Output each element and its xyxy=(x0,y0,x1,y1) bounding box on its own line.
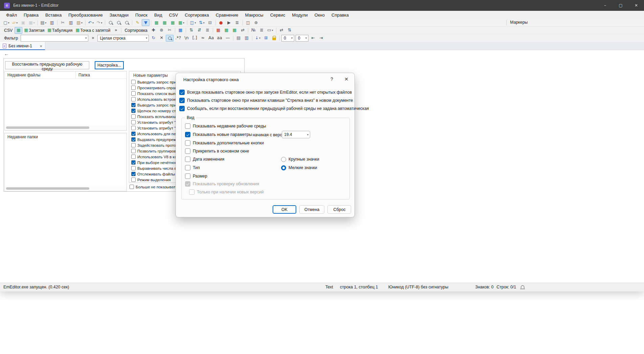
whole-word-button[interactable]: — ▾ xyxy=(224,35,232,42)
fixed-columns-select[interactable]: 0 ▾ xyxy=(296,35,308,42)
filter-input[interactable]: ▾ xyxy=(21,35,88,42)
save-button[interactable]: ▣ ▾ xyxy=(19,19,27,26)
menu-item[interactable]: Модули xyxy=(289,11,311,19)
cut-button[interactable]: ✂ ▾ xyxy=(59,19,67,26)
menu-item[interactable]: Окно xyxy=(311,11,328,19)
highlight-button[interactable]: ✎ ▾ xyxy=(134,19,141,26)
macro-list-button[interactable]: ≣ ▾ xyxy=(233,19,241,26)
paste-button[interactable]: ▧ ▾ xyxy=(75,19,84,26)
list-values-button[interactable]: ≣ ▾ xyxy=(258,27,266,34)
checkbox[interactable] xyxy=(131,80,136,84)
status-encoding[interactable]: Юникод (UTF-8) без сигнатуры xyxy=(388,285,448,289)
checkbox[interactable] xyxy=(131,143,136,147)
filter-all-documents-button[interactable]: ▥ ▾ xyxy=(243,35,251,42)
checkbox[interactable] xyxy=(185,157,190,162)
regex-button[interactable]: .*? ▾ xyxy=(174,35,182,42)
align-left-button[interactable]: ⇤ ▾ xyxy=(309,35,317,42)
checkbox[interactable] xyxy=(185,132,190,137)
print-button[interactable]: ▤ ▾ xyxy=(39,19,48,26)
sort-options-button[interactable]: ≣ ▾ xyxy=(204,27,211,34)
version-select[interactable]: 19.4 ▾ xyxy=(282,131,310,138)
move-column-button[interactable]: ⇄ ▾ xyxy=(239,27,247,34)
delimiter-comma-button[interactable]: ▦ Запятая ▾ xyxy=(23,27,46,34)
radio-button[interactable] xyxy=(281,165,286,170)
table-frame-button[interactable]: ⊞ ▾ xyxy=(262,35,270,42)
fuzzy-match-button[interactable]: ≈ ▾ xyxy=(199,35,207,42)
merge-columns-button[interactable]: ▦ ▾ xyxy=(231,27,238,34)
attach-main-option[interactable]: Прикрепить в основном окне xyxy=(185,148,249,154)
split-column-button[interactable]: ✂ ▾ xyxy=(166,27,174,34)
checkbox[interactable] xyxy=(185,140,190,146)
sort-settings-button[interactable]: ✚ ▾ xyxy=(150,27,157,34)
date-modified-option[interactable]: Дата изменения xyxy=(185,156,224,162)
stable-sort-button[interactable]: ⊛ ▾ xyxy=(158,27,165,34)
new-file-button[interactable]: ▢ ▾ xyxy=(2,19,11,26)
filter-document-button[interactable]: ▤ ▾ xyxy=(235,35,243,42)
separator[interactable]: ▾ xyxy=(175,28,175,33)
separator[interactable]: ▾ xyxy=(215,20,216,25)
checkbox[interactable] xyxy=(131,178,136,182)
run-macro-button[interactable]: ▶ ▾ xyxy=(225,19,233,26)
menu-item[interactable]: Закладки xyxy=(106,11,132,19)
checkbox[interactable] xyxy=(179,98,185,103)
status-doc-type[interactable]: Text xyxy=(325,285,333,289)
match-type-select[interactable]: Целая строка ▾ xyxy=(97,35,149,42)
option-row[interactable]: Сообщать, если при восстановлении предыд… xyxy=(179,106,369,111)
type-option[interactable]: Тип xyxy=(185,165,200,171)
close-button[interactable]: ✕ xyxy=(628,0,644,11)
csv-overflow-button[interactable]: » ▾ xyxy=(112,27,120,34)
tab-close-icon[interactable]: × xyxy=(40,44,42,49)
checkbox[interactable] xyxy=(131,97,136,101)
scrollbar-thumb[interactable] xyxy=(6,187,89,190)
checkbox[interactable] xyxy=(131,166,136,170)
ok-button[interactable]: OK xyxy=(273,205,296,214)
align-right-button[interactable]: ⇥ ▾ xyxy=(317,35,325,42)
filter-button[interactable]: ▼ ▾ xyxy=(142,19,150,26)
checkbox[interactable] xyxy=(185,148,190,154)
checkbox[interactable] xyxy=(131,155,136,159)
checkbox[interactable] xyxy=(131,103,136,107)
horizontal-scrollbar[interactable] xyxy=(5,125,126,130)
menu-item[interactable]: Сортировка xyxy=(181,11,212,19)
print-preview-button[interactable]: ▥ ▾ xyxy=(48,19,56,26)
recent-workspaces-option[interactable]: Показывать недавние рабочие среды xyxy=(185,123,266,129)
menu-item[interactable]: Вставка xyxy=(42,11,65,19)
compare-button[interactable]: ⊟ ▾ xyxy=(206,19,214,26)
status-char-count[interactable]: Знаков: 0 xyxy=(475,285,493,289)
separator[interactable]: ▾ xyxy=(252,36,252,41)
separator[interactable]: ▾ xyxy=(243,20,243,25)
separator[interactable]: ▾ xyxy=(105,20,105,25)
separator[interactable]: ▾ xyxy=(233,36,233,41)
chevron-down-icon[interactable]: ▾ xyxy=(291,37,293,40)
checkbox[interactable] xyxy=(131,109,136,113)
cell-format-button[interactable]: ▭ ▾ xyxy=(266,27,275,34)
checkbox[interactable] xyxy=(185,123,190,129)
menu-item[interactable]: Поиск xyxy=(132,11,151,19)
separator[interactable]: ▾ xyxy=(276,28,276,33)
size-option[interactable]: Размер xyxy=(185,173,207,179)
open-file-button[interactable]: ▱ ▾ xyxy=(11,19,19,26)
accent-insensitive-button[interactable]: aa ▾ xyxy=(215,35,223,42)
menu-item[interactable]: Справка xyxy=(328,11,352,19)
checkbox[interactable] xyxy=(131,126,136,130)
cancel-button[interactable]: Отмена xyxy=(299,205,324,214)
filter-overflow-button[interactable]: » xyxy=(89,35,97,42)
clear-filter-button[interactable]: ✕ ▾ xyxy=(158,35,165,42)
maximize-button[interactable]: ▢ xyxy=(613,0,628,11)
tools-button[interactable]: ⊕ ▾ xyxy=(252,19,260,26)
separator[interactable]: ▾ xyxy=(213,28,213,33)
separator[interactable]: ▾ xyxy=(186,28,186,33)
select-cells-button[interactable]: ▦ ▾ xyxy=(177,27,184,34)
menu-item[interactable]: CSV xyxy=(166,11,182,19)
separator[interactable]: ▾ xyxy=(151,20,151,25)
split-window-button[interactable]: ◫ ▾ xyxy=(244,19,252,26)
copy-button[interactable]: ▥ ▾ xyxy=(67,19,75,26)
save-all-button[interactable]: ▦ ▾ xyxy=(27,19,36,26)
delimiter-semicolon-button[interactable]: ▦ Точка с запятой ▾ xyxy=(74,27,112,34)
delete-column-button[interactable]: ▦ ▾ xyxy=(214,27,222,34)
separator[interactable]: ▾ xyxy=(248,28,248,33)
checkbox[interactable] xyxy=(131,149,136,153)
filter-search-button[interactable]: ▾ xyxy=(166,35,174,42)
delimiter-tab-button[interactable]: ▦ Табуляция ▾ xyxy=(46,27,74,34)
csv-comma-button[interactable]: ▦ ▾ xyxy=(153,19,160,26)
